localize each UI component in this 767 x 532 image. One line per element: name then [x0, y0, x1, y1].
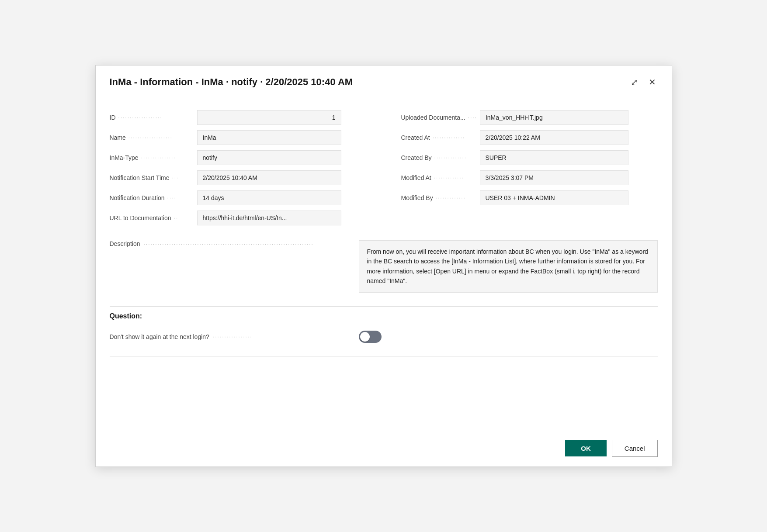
toggle-thumb	[360, 332, 370, 342]
field-value-name: InMa	[197, 130, 341, 145]
expand-button[interactable]: ⤢	[629, 75, 640, 89]
description-value: From now on, you will receive important …	[359, 240, 658, 293]
question-section: Question: Don't show it again at the nex…	[110, 307, 658, 345]
close-icon: ✕	[649, 77, 656, 87]
expand-icon: ⤢	[631, 77, 638, 87]
field-label-inma-type: InMa-Type ···············	[110, 154, 197, 161]
cancel-button[interactable]: Cancel	[612, 440, 658, 457]
close-button[interactable]: ✕	[647, 75, 658, 89]
field-row: Created At ·············· 2/20/2025 10:2…	[401, 128, 658, 148]
field-row: InMa-Type ··············· notify	[110, 148, 384, 168]
field-row: URL to Documentation ·· https://hhi-it.d…	[110, 208, 384, 228]
ok-button[interactable]: OK	[565, 440, 607, 456]
field-label-name: Name ···················	[110, 134, 197, 141]
dialog-body: ID ··················· 1 Name ··········…	[96, 97, 672, 432]
field-value-created-at: 2/20/2025 10:22 AM	[480, 130, 628, 145]
left-column: ID ··················· 1 Name ··········…	[110, 107, 384, 228]
field-value-url: https://hhi-it.de/html/en-US/In...	[197, 211, 341, 225]
field-label-modified-by: Modified By ·············	[401, 194, 480, 201]
field-value-inma-type: notify	[197, 150, 341, 165]
field-row: Modified At ············· 3/3/2025 3:07 …	[401, 168, 658, 188]
dialog-title: InMa - Information - InMa · notify · 2/2…	[110, 76, 353, 88]
field-value-created-by: SUPER	[480, 150, 628, 165]
toggle-label-area: Don't show it again at the next login? ·…	[110, 333, 359, 340]
field-row: Notification Start Time ··· 2/20/2025 10…	[110, 168, 384, 188]
field-label-notif-dur: Notification Duration ····	[110, 194, 197, 201]
field-row: Created By ·············· SUPER	[401, 148, 658, 168]
field-row: Name ··················· InMa	[110, 128, 384, 148]
field-value-id: 1	[197, 110, 341, 125]
field-label-uploaded: Uploaded Documenta... ····	[401, 114, 480, 121]
field-row: Uploaded Documenta... ···· InMa_von_HHi-…	[401, 107, 658, 128]
field-value-modified-at: 3/3/2025 3:07 PM	[480, 170, 628, 185]
dont-show-toggle[interactable]	[359, 331, 382, 343]
description-label: Description	[110, 240, 140, 247]
field-value-notif-start: 2/20/2025 10:40 AM	[197, 170, 341, 185]
field-value-modified-by: USER 03 + INMA-ADMIN	[480, 190, 628, 205]
question-title: Question:	[110, 312, 658, 320]
dialog-header: InMa - Information - InMa · notify · 2/2…	[96, 66, 672, 97]
field-row: Notification Duration ···· 14 days	[110, 188, 384, 208]
footer-divider	[110, 356, 658, 356]
dialog: InMa - Information - InMa · notify · 2/2…	[95, 65, 672, 467]
field-label-id: ID ···················	[110, 114, 197, 121]
field-value-notif-dur: 14 days	[197, 190, 341, 205]
field-label-created-by: Created By ··············	[401, 154, 480, 161]
toggle-label: Don't show it again at the next login?	[110, 333, 209, 340]
field-row: ID ··················· 1	[110, 107, 384, 128]
header-icons: ⤢ ✕	[629, 75, 658, 89]
field-value-uploaded: InMa_von_HHi-IT.jpg	[480, 110, 628, 125]
field-label-created-at: Created At ··············	[401, 134, 480, 141]
dialog-footer: OK Cancel	[96, 432, 672, 466]
description-section: Description ····························…	[110, 240, 658, 293]
desc-label-area: Description ····························…	[110, 240, 359, 247]
field-label-modified-at: Modified At ·············	[401, 174, 480, 181]
field-label-url: URL to Documentation ··	[110, 214, 197, 221]
field-row: Modified By ············· USER 03 + INMA…	[401, 188, 658, 208]
toggle-row: Don't show it again at the next login? ·…	[110, 328, 658, 345]
fields-grid: ID ··················· 1 Name ··········…	[110, 107, 658, 228]
right-column: Uploaded Documenta... ···· InMa_von_HHi-…	[384, 107, 658, 228]
field-label-notif-start: Notification Start Time ···	[110, 174, 197, 181]
